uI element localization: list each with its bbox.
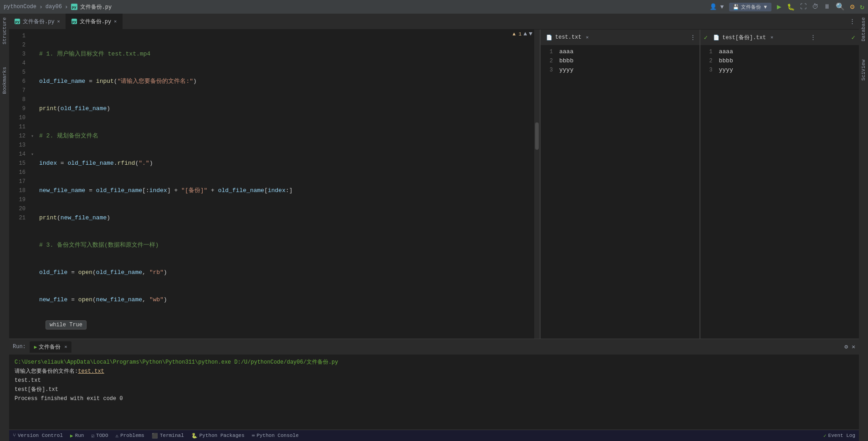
code-container: ▲ 1 ▲ ▼ xyxy=(9,30,859,339)
test-txt-panel: 📄 test.txt ✕ ⋮ 1 2 3 xyxy=(540,30,700,339)
terminal-content[interactable]: C:\Users\eliauk\AppData\Local\Programs\P… xyxy=(9,355,859,430)
run-label: Run: xyxy=(13,344,26,350)
code-editor[interactable]: # 1. 用户输入目标文件 test.txt.mp4 old_file_name… xyxy=(36,30,534,339)
day-folder: day06 xyxy=(46,4,62,10)
code-panel: ▲ 1 ▲ ▼ xyxy=(9,30,540,339)
title-bar: pythonCode › day06 › py 文件备份.py 👤 ▼ 💾 文件… xyxy=(0,0,868,14)
backup-button[interactable]: 💾 文件备份 ▼ xyxy=(729,3,771,11)
terminal-btn[interactable]: ⬛ Terminal xyxy=(152,433,184,439)
python-console-btn[interactable]: ⌨ Python Console xyxy=(252,433,299,439)
left-sidebar: Structure Bookmarks xyxy=(0,14,9,441)
active-tab-close[interactable]: ✕ xyxy=(114,19,117,24)
coverage-button[interactable]: ⛶ xyxy=(800,3,807,10)
version-control-btn[interactable]: ⑂ Version Control xyxy=(13,433,63,438)
backup-icon: 💾 xyxy=(733,4,739,10)
run-button[interactable]: ▶ xyxy=(777,2,781,11)
bottom-panel: Run: ▶ 文件备份 ✕ ⚙ ✕ C:\Users\eliauk\AppDat… xyxy=(9,339,859,430)
bookmarks-label[interactable]: Bookmarks xyxy=(2,67,7,94)
test-backup-content[interactable]: 1 2 3 aaaa bbbb yyyy xyxy=(700,46,859,339)
run-status-btn[interactable]: ▶ Run xyxy=(70,433,84,439)
backup-txt-icon: 📄 xyxy=(713,35,720,41)
test-txt-text: aaaa bbbb yyyy xyxy=(557,46,700,339)
database-label[interactable]: Database xyxy=(861,17,866,41)
panel-right-icons: ⚙ ✕ xyxy=(844,343,855,350)
run-tab[interactable]: ▶ 文件备份 ✕ xyxy=(30,341,72,353)
run-status-icon: ▶ xyxy=(70,433,73,439)
test-backup-label: test[备份].txt xyxy=(722,34,766,41)
tab-menu-button[interactable]: ⋮ xyxy=(846,18,859,25)
non-active-tab-close[interactable]: ✕ xyxy=(57,19,60,24)
test-backup-tab[interactable]: 📄 test[备份].txt ✕ xyxy=(711,30,775,46)
run-tab-label: 文件备份 xyxy=(39,343,61,351)
line-numbers: 1 2 3 4 5 6 7 8 9 10 11 12 13 14 xyxy=(15,30,29,339)
structure-label[interactable]: Structure xyxy=(2,17,7,44)
test-backup-panel: ✓ 📄 test[备份].txt ✕ ⋮ ✓ 1 xyxy=(700,30,859,339)
editor-area: py 文件备份.py ✕ py 文件备份.py ✕ ⋮ ▲ 1 xyxy=(9,14,859,441)
debug-button[interactable]: 🐛 xyxy=(787,3,795,11)
active-tab-label: 文件备份.py xyxy=(80,18,112,25)
active-tab-main[interactable]: py 文件备份.py ✕ xyxy=(66,14,123,30)
test-backup-header: ✓ 📄 test[备份].txt ✕ ⋮ ✓ xyxy=(700,30,859,46)
pause-button[interactable]: ⏸ xyxy=(824,3,830,10)
update-button[interactable]: ↻ xyxy=(860,2,864,11)
test-txt-menu[interactable]: ⋮ xyxy=(690,34,696,41)
warning-badge: ▲ 1 xyxy=(513,31,522,37)
vertical-scrollbar[interactable] xyxy=(534,30,540,339)
test-txt-label: test.txt xyxy=(555,34,582,41)
test-backup-line-numbers: 1 2 3 xyxy=(700,46,716,339)
terminal-command: C:\Users\eliauk\AppData\Local\Programs\P… xyxy=(15,358,853,367)
terminal-output2: test[备份].txt xyxy=(15,385,853,394)
sciview-label[interactable]: SciView xyxy=(861,60,866,81)
test-txt-content[interactable]: 1 2 3 aaaa bbbb yyyy xyxy=(541,46,700,339)
bp-gutter xyxy=(9,30,15,339)
txt-icon: 📄 xyxy=(546,35,552,41)
fold-gutter: ▾ ▾ xyxy=(29,30,36,339)
python-pkg-icon: 🐍 xyxy=(191,433,198,439)
backup-check-icon: ✓ xyxy=(704,34,708,41)
todo-icon: ☑ xyxy=(91,433,94,439)
settings-button[interactable]: ⚙ xyxy=(850,2,855,11)
user-icon[interactable]: 👤 ▼ xyxy=(710,3,724,10)
scrollbar-thumb[interactable] xyxy=(535,122,539,150)
todo-btn[interactable]: ☑ TODO xyxy=(91,433,108,439)
console-icon: ⌨ xyxy=(252,433,255,439)
event-log-check-icon: ✓ xyxy=(823,433,827,439)
warning-gutter: ▲ 1 ▲ ▼ xyxy=(513,30,532,37)
test-backup-menu[interactable]: ⋮ xyxy=(810,34,816,41)
terminal-icon: ⬛ xyxy=(152,433,158,439)
title-filename: 文件备份.py xyxy=(80,3,112,11)
py-file-icon: py xyxy=(71,4,77,10)
search-button[interactable]: 🔍 xyxy=(836,2,845,11)
editor-tab-bar: py 文件备份.py ✕ py 文件备份.py ✕ ⋮ xyxy=(9,14,859,30)
right-sidebar: Database SciView xyxy=(859,14,868,441)
problems-btn[interactable]: ⚠ Problems xyxy=(116,433,144,439)
test-txt-header: 📄 test.txt ✕ ⋮ xyxy=(541,30,700,46)
status-bar: ⑂ Version Control ▶ Run ☑ TODO ⚠ Problem… xyxy=(9,430,859,441)
test-backup-text: aaaa bbbb yyyy xyxy=(716,46,859,339)
test-txt-tab[interactable]: 📄 test.txt ✕ xyxy=(544,30,591,46)
event-log-btn[interactable]: ✓ Event Log xyxy=(823,433,855,439)
run-tab-icon: ▶ xyxy=(34,344,37,350)
git-icon: ⑂ xyxy=(13,433,16,438)
tab-py-icon: py xyxy=(15,19,20,24)
test-backup-check2: ✓ xyxy=(852,34,855,41)
nav-up[interactable]: ▲ xyxy=(523,30,527,37)
test-backup-close[interactable]: ✕ xyxy=(771,35,773,40)
run-tab-close[interactable]: ✕ xyxy=(64,344,67,350)
problems-icon: ⚠ xyxy=(116,433,119,439)
settings-panel-btn[interactable]: ⚙ xyxy=(844,343,848,350)
close-panel-btn[interactable]: ✕ xyxy=(852,343,855,350)
terminal-output1: test.txt xyxy=(15,376,853,385)
run-panel-header: Run: ▶ 文件备份 ✕ ⚙ ✕ xyxy=(9,339,859,355)
test-txt-close[interactable]: ✕ xyxy=(586,35,589,40)
terminal-exit: Process finished with exit code 0 xyxy=(15,394,853,403)
terminal-prompt-line: 请输入您要备份的文件名:test.txt xyxy=(15,367,853,376)
profile-button[interactable]: ⏱ xyxy=(812,3,818,10)
tooltip-popup: while True xyxy=(46,320,87,329)
nav-down[interactable]: ▼ xyxy=(529,30,532,37)
non-active-tab[interactable]: py 文件备份.py ✕ xyxy=(9,14,66,30)
test-txt-line-numbers: 1 2 3 xyxy=(541,46,557,339)
active-tab-py-icon: py xyxy=(71,19,77,24)
project-name: pythonCode xyxy=(4,4,36,10)
python-packages-btn[interactable]: 🐍 Python Packages xyxy=(191,433,245,439)
